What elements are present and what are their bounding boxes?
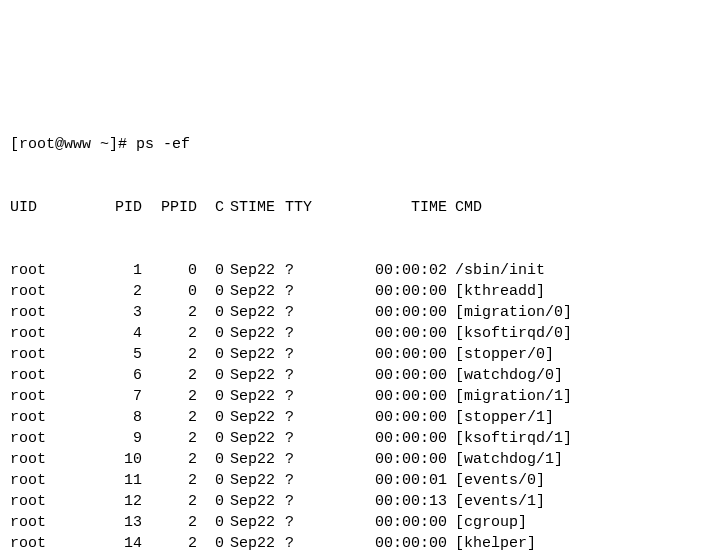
- cell-uid: root: [10, 512, 80, 533]
- cell-uid: root: [10, 344, 80, 365]
- cell-stime: Sep22: [230, 386, 285, 407]
- cell-cmd: [cgroup]: [455, 512, 717, 533]
- typed-command: ps -ef: [136, 136, 190, 153]
- header-pid: PID: [80, 197, 150, 218]
- cell-pid: 4: [80, 323, 150, 344]
- cell-tty: ?: [285, 449, 360, 470]
- cell-time: 00:00:00: [360, 365, 455, 386]
- header-tty: TTY: [285, 197, 360, 218]
- cell-cmd: [ksoftirqd/0]: [455, 323, 717, 344]
- table-row: root920Sep22?00:00:00[ksoftirqd/1]: [10, 428, 717, 449]
- cell-tty: ?: [285, 386, 360, 407]
- cell-ppid: 2: [150, 449, 205, 470]
- cell-stime: Sep22: [230, 407, 285, 428]
- cell-ppid: 2: [150, 491, 205, 512]
- cell-ppid: 0: [150, 260, 205, 281]
- header-stime: STIME: [230, 197, 285, 218]
- table-row: root1420Sep22?00:00:00[khelper]: [10, 533, 717, 554]
- cell-pid: 9: [80, 428, 150, 449]
- cell-uid: root: [10, 281, 80, 302]
- cell-tty: ?: [285, 302, 360, 323]
- cell-ppid: 2: [150, 386, 205, 407]
- cell-cmd: [watchdog/1]: [455, 449, 717, 470]
- cell-c: 0: [205, 491, 230, 512]
- cell-tty: ?: [285, 491, 360, 512]
- shell-prompt: [root@www ~]#: [10, 136, 136, 153]
- cell-stime: Sep22: [230, 281, 285, 302]
- table-row: root1220Sep22?00:00:13[events/1]: [10, 491, 717, 512]
- cell-time: 00:00:00: [360, 449, 455, 470]
- cell-cmd: [migration/0]: [455, 302, 717, 323]
- cell-pid: 3: [80, 302, 150, 323]
- cell-time: 00:00:00: [360, 323, 455, 344]
- cell-pid: 8: [80, 407, 150, 428]
- cell-uid: root: [10, 533, 80, 554]
- cell-time: 00:00:00: [360, 302, 455, 323]
- cell-tty: ?: [285, 407, 360, 428]
- cell-stime: Sep22: [230, 365, 285, 386]
- cell-uid: root: [10, 323, 80, 344]
- cell-time: 00:00:00: [360, 344, 455, 365]
- table-row: root100Sep22?00:00:02/sbin/init: [10, 260, 717, 281]
- cell-cmd: [migration/1]: [455, 386, 717, 407]
- table-row: root820Sep22?00:00:00[stopper/1]: [10, 407, 717, 428]
- cell-stime: Sep22: [230, 533, 285, 554]
- cell-uid: root: [10, 365, 80, 386]
- header-uid: UID: [10, 197, 80, 218]
- cell-cmd: [kthreadd]: [455, 281, 717, 302]
- command-line[interactable]: [root@www ~]# ps -ef: [10, 134, 717, 155]
- cell-stime: Sep22: [230, 323, 285, 344]
- cell-c: 0: [205, 470, 230, 491]
- cell-c: 0: [205, 407, 230, 428]
- cell-stime: Sep22: [230, 470, 285, 491]
- cell-pid: 14: [80, 533, 150, 554]
- cell-stime: Sep22: [230, 512, 285, 533]
- cell-cmd: /sbin/init: [455, 260, 717, 281]
- cell-time: 00:00:01: [360, 470, 455, 491]
- cell-ppid: 2: [150, 533, 205, 554]
- cell-ppid: 2: [150, 407, 205, 428]
- cell-tty: ?: [285, 512, 360, 533]
- cell-cmd: [khelper]: [455, 533, 717, 554]
- cell-c: 0: [205, 281, 230, 302]
- process-rows: root100Sep22?00:00:02/sbin/initroot200Se…: [10, 260, 717, 554]
- table-row: root1020Sep22?00:00:00[watchdog/1]: [10, 449, 717, 470]
- table-row: root1120Sep22?00:00:01[events/0]: [10, 470, 717, 491]
- header-time: TIME: [360, 197, 455, 218]
- cell-stime: Sep22: [230, 260, 285, 281]
- header-cmd: CMD: [455, 197, 717, 218]
- cell-uid: root: [10, 407, 80, 428]
- cell-cmd: [stopper/1]: [455, 407, 717, 428]
- cell-pid: 13: [80, 512, 150, 533]
- table-row: root200Sep22?00:00:00[kthreadd]: [10, 281, 717, 302]
- table-row: root520Sep22?00:00:00[stopper/0]: [10, 344, 717, 365]
- cell-pid: 11: [80, 470, 150, 491]
- cell-c: 0: [205, 512, 230, 533]
- cell-cmd: [watchdog/0]: [455, 365, 717, 386]
- cell-stime: Sep22: [230, 491, 285, 512]
- cell-uid: root: [10, 428, 80, 449]
- cell-pid: 7: [80, 386, 150, 407]
- cell-stime: Sep22: [230, 344, 285, 365]
- cell-uid: root: [10, 470, 80, 491]
- table-header: UID PID PPID C STIME TTY TIME CMD: [10, 197, 717, 218]
- cell-stime: Sep22: [230, 449, 285, 470]
- cell-c: 0: [205, 386, 230, 407]
- cell-pid: 2: [80, 281, 150, 302]
- cell-ppid: 2: [150, 344, 205, 365]
- cell-cmd: [events/1]: [455, 491, 717, 512]
- terminal-output: [root@www ~]# ps -ef UID PID PPID C STIM…: [10, 92, 717, 554]
- cell-pid: 10: [80, 449, 150, 470]
- cell-ppid: 2: [150, 470, 205, 491]
- cell-time: 00:00:00: [360, 407, 455, 428]
- header-ppid: PPID: [150, 197, 205, 218]
- cell-c: 0: [205, 302, 230, 323]
- table-row: root720Sep22?00:00:00[migration/1]: [10, 386, 717, 407]
- cell-tty: ?: [285, 365, 360, 386]
- cell-pid: 5: [80, 344, 150, 365]
- cell-time: 00:00:00: [360, 281, 455, 302]
- cell-c: 0: [205, 365, 230, 386]
- table-row: root320Sep22?00:00:00[migration/0]: [10, 302, 717, 323]
- cell-tty: ?: [285, 428, 360, 449]
- cell-tty: ?: [285, 344, 360, 365]
